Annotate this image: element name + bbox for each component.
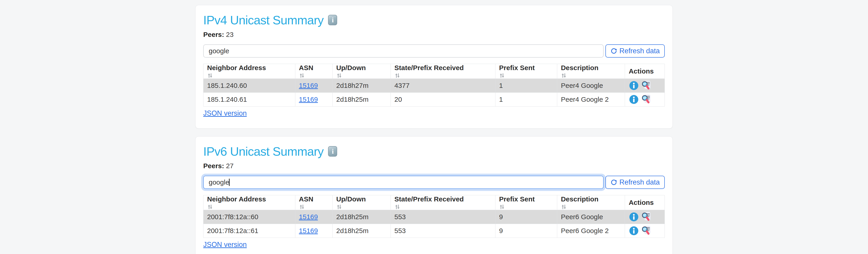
filter-row: Refresh data <box>203 45 665 58</box>
neighbor-address-cell: 185.1.240.60 <box>204 79 295 93</box>
state-prefix-received-cell: 553 <box>391 210 495 224</box>
column-header-up-down[interactable]: Up/Down <box>333 64 391 79</box>
description-cell: Peer6 Google <box>557 210 625 224</box>
column-label: ASN <box>299 195 313 203</box>
neighbor-address-cell: 2001:7f8:12a::61 <box>204 224 295 238</box>
table-header-row: Neighbor Address ASN Up/Down State/Prefi… <box>204 195 665 210</box>
sort-icon <box>207 204 291 210</box>
asn-link[interactable]: 15169 <box>299 227 318 234</box>
info-circle-icon[interactable] <box>629 80 639 91</box>
info-tooltip-icon[interactable]: i <box>328 15 337 25</box>
page: IPv4 Unicast Summary i Peers: 23 Refresh… <box>0 0 868 254</box>
text-caret <box>229 179 229 186</box>
prefix-sent-cell: 9 <box>495 224 557 238</box>
column-header-up-down[interactable]: Up/Down <box>333 195 391 210</box>
column-label: State/Prefix Received <box>395 195 464 203</box>
description-cell: Peer4 Google <box>557 79 625 93</box>
actions-cell <box>629 94 661 105</box>
up-down-cell: 2d18h25m <box>333 93 391 107</box>
column-label: Prefix Sent <box>499 64 535 72</box>
column-header-actions: Actions <box>625 195 665 210</box>
state-prefix-received-cell: 20 <box>391 93 495 107</box>
asn-link[interactable]: 15169 <box>299 213 318 221</box>
refresh-button-label: Refresh data <box>620 47 660 55</box>
peers-count: 27 <box>226 162 234 170</box>
filter-input[interactable] <box>203 176 603 189</box>
state-prefix-received-cell: 553 <box>391 224 495 238</box>
column-header-prefix-sent[interactable]: Prefix Sent <box>495 64 557 79</box>
refresh-data-button[interactable]: Refresh data <box>606 176 665 189</box>
info-circle-icon[interactable] <box>629 94 639 105</box>
table-row: 2001:7f8:12a::60 15169 2d18h25m 553 9 Pe… <box>204 210 665 224</box>
column-label: Description <box>561 195 598 203</box>
peers-line: Peers: 23 <box>203 31 665 38</box>
prefix-sent-cell: 1 <box>495 79 557 93</box>
refresh-button-label: Refresh data <box>620 178 660 187</box>
panel-title-text: IPv4 Unicast Summary <box>203 13 323 27</box>
refresh-icon <box>611 48 617 54</box>
panel-title-text: IPv6 Unicast Summary <box>203 144 323 159</box>
search-input-wrap <box>203 176 603 189</box>
column-header-actions: Actions <box>625 64 665 79</box>
neighbor-address-cell: 185.1.240.61 <box>204 93 295 107</box>
column-header-state-prefix-received[interactable]: State/Prefix Received <box>391 195 495 210</box>
document-search-icon[interactable] <box>641 211 652 222</box>
up-down-cell: 2d18h25m <box>333 210 391 224</box>
peers-label: Peers: <box>203 162 224 170</box>
document-search-icon[interactable] <box>641 80 652 91</box>
column-label: Description <box>561 64 598 72</box>
bgp-sessions-table: Neighbor Address ASN Up/Down State/Prefi… <box>203 195 665 238</box>
column-label: State/Prefix Received <box>395 64 464 72</box>
ipv4-summary-panel: IPv4 Unicast Summary i Peers: 23 Refresh… <box>195 5 673 129</box>
column-label: Actions <box>629 199 654 206</box>
prefix-sent-cell: 1 <box>495 93 557 107</box>
filter-row: Refresh data <box>203 176 665 189</box>
sort-icon <box>561 73 621 79</box>
json-version-link[interactable]: JSON version <box>203 109 247 117</box>
column-label: Neighbor Address <box>207 64 266 72</box>
asn-link[interactable]: 15169 <box>299 82 318 89</box>
peers-line: Peers: 27 <box>203 162 665 170</box>
document-search-icon[interactable] <box>641 94 652 105</box>
column-header-description[interactable]: Description <box>557 64 625 79</box>
prefix-sent-cell: 9 <box>495 210 557 224</box>
table-header-row: Neighbor Address ASN Up/Down State/Prefi… <box>204 64 665 79</box>
column-label: Actions <box>629 67 654 75</box>
ipv6-summary-panel: IPv6 Unicast Summary i Peers: 27 Refresh… <box>195 136 673 254</box>
asn-link[interactable]: 15169 <box>299 95 318 103</box>
sort-icon <box>499 204 553 210</box>
table-row: 185.1.240.60 15169 2d18h27m 4377 1 Peer4… <box>204 79 665 93</box>
actions-cell <box>629 80 661 91</box>
refresh-icon <box>611 179 617 186</box>
sort-icon <box>336 204 387 210</box>
peers-label: Peers: <box>203 31 224 38</box>
column-label: Up/Down <box>336 195 366 203</box>
state-prefix-received-cell: 4377 <box>391 79 495 93</box>
column-header-asn[interactable]: ASN <box>295 64 332 79</box>
column-header-description[interactable]: Description <box>557 195 625 210</box>
filter-input[interactable] <box>203 45 603 58</box>
sort-icon <box>395 73 492 79</box>
sort-icon <box>299 73 329 79</box>
info-tooltip-icon[interactable]: i <box>328 146 337 157</box>
actions-cell <box>629 211 661 222</box>
column-header-neighbor-address[interactable]: Neighbor Address <box>204 195 295 210</box>
peers-count: 23 <box>226 31 234 38</box>
sort-icon <box>336 73 387 79</box>
column-header-asn[interactable]: ASN <box>295 195 332 210</box>
sort-icon <box>299 204 329 210</box>
info-circle-icon[interactable] <box>629 226 639 236</box>
document-search-icon[interactable] <box>641 225 652 236</box>
info-circle-icon[interactable] <box>629 212 639 222</box>
description-cell: Peer6 Google 2 <box>557 224 625 238</box>
column-header-neighbor-address[interactable]: Neighbor Address <box>204 64 295 79</box>
refresh-data-button[interactable]: Refresh data <box>606 45 665 58</box>
column-label: Neighbor Address <box>207 195 266 203</box>
search-input-wrap <box>203 45 603 58</box>
sort-icon <box>207 73 291 79</box>
column-header-state-prefix-received[interactable]: State/Prefix Received <box>391 64 495 79</box>
json-version-link[interactable]: JSON version <box>203 241 247 249</box>
description-cell: Peer4 Google 2 <box>557 93 625 107</box>
column-header-prefix-sent[interactable]: Prefix Sent <box>495 195 557 210</box>
sort-icon <box>395 204 492 210</box>
